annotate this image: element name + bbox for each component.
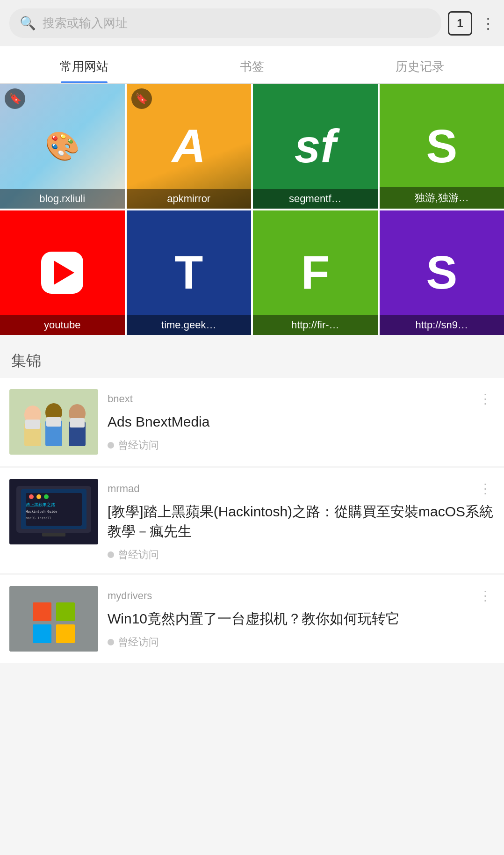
site-tile-label: time.geek… xyxy=(127,315,252,335)
article-more-button[interactable]: ⋮ xyxy=(475,479,495,498)
article-list: bnext ⋮ Ads BnextMedia 曾经访问 xyxy=(0,378,504,663)
article-item-bnext[interactable]: bnext ⋮ Ads BnextMedia 曾经访问 xyxy=(0,378,504,466)
svg-rect-6 xyxy=(46,417,61,427)
site-tile-sn9[interactable]: S http://sn9… xyxy=(380,210,504,335)
article-item-mrmad[interactable]: 踏上黑蘋果之路 Hackintosh Guide macOS Install m… xyxy=(0,468,504,573)
site-tile-label: http://fir-… xyxy=(253,315,378,335)
youtube-play-button xyxy=(41,252,83,294)
tab-count-button[interactable]: 1 xyxy=(448,11,472,36)
article-thumb-mydrivers xyxy=(9,586,98,652)
site-tile-label: 独游,独游… xyxy=(380,187,504,209)
more-menu-icon[interactable]: ⋮ xyxy=(481,14,495,32)
article-content-mydrivers: mydrivers ⋮ Win10竟然内置了一台虚拟机？教你如何玩转它 曾经访问 xyxy=(108,586,495,649)
article-source: mydrivers xyxy=(108,590,152,602)
article-content-bnext: bnext ⋮ Ads BnextMedia 曾经访问 xyxy=(108,389,495,452)
section-title-jijin: 集锦 xyxy=(0,337,504,378)
quick-sites-grid: 🎨 🔖 blog.rxliuli A 🔖 apkmirror sf segmen… xyxy=(0,84,504,335)
svg-rect-3 xyxy=(25,420,40,429)
site-tile-label: youtube xyxy=(0,315,125,335)
site-tile-label: segmentf… xyxy=(253,189,378,209)
article-thumb-mrmad: 踏上黑蘋果之路 Hackintosh Guide macOS Install xyxy=(9,479,98,544)
svg-point-15 xyxy=(36,494,41,499)
meta-dot xyxy=(108,639,114,645)
site-tile-label: http://sn9… xyxy=(380,315,504,335)
article-title: Ads BnextMedia xyxy=(108,412,495,432)
article-title: Win10竟然内置了一台虚拟机？教你如何玩转它 xyxy=(108,609,495,629)
site-tile-youtube[interactable]: youtube xyxy=(0,210,125,335)
article-thumb-bnext xyxy=(9,389,98,455)
search-placeholder: 搜索或输入网址 xyxy=(43,15,128,31)
svg-point-14 xyxy=(29,494,34,499)
svg-rect-13 xyxy=(26,493,82,526)
svg-rect-24 xyxy=(33,624,51,643)
article-item-mydrivers[interactable]: mydrivers ⋮ Win10竟然内置了一台虚拟机？教你如何玩转它 曾经访问 xyxy=(0,575,504,663)
svg-text:Hackintosh Guide: Hackintosh Guide xyxy=(26,510,57,514)
site-tile-label: apkmirror xyxy=(127,189,252,209)
article-header: mrmad ⋮ xyxy=(108,479,495,498)
svg-rect-21 xyxy=(9,586,98,652)
site-tile-firebase[interactable]: F http://fir-… xyxy=(253,210,378,335)
pinned-badge: 🔖 xyxy=(131,88,152,109)
article-source: bnext xyxy=(108,393,133,405)
pinned-badge: 🔖 xyxy=(5,88,25,109)
article-meta: 曾经访问 xyxy=(108,548,495,562)
article-meta: 曾经访问 xyxy=(108,635,495,649)
apk-letter: A xyxy=(172,119,206,173)
svg-rect-22 xyxy=(33,602,51,621)
site-tile-apkmirror[interactable]: A 🔖 apkmirror xyxy=(127,84,252,209)
site-tile-timegeek[interactable]: T time.geek… xyxy=(127,210,252,335)
search-icon: 🔍 xyxy=(20,15,36,31)
site-tile-blog-rxliuli[interactable]: 🎨 🔖 blog.rxliuli xyxy=(0,84,125,209)
site-tile-segmentfault[interactable]: sf segmentf… xyxy=(253,84,378,209)
article-title: [教學]踏上黑蘋果(Hackintosh)之路：從購買至安裝macOS系統教學－… xyxy=(108,502,495,541)
article-header: mydrivers ⋮ xyxy=(108,586,495,605)
article-meta: 曾经访问 xyxy=(108,438,495,452)
svg-rect-20 xyxy=(42,533,65,536)
svg-rect-25 xyxy=(56,624,75,643)
meta-dot xyxy=(108,551,114,558)
tab-frequent[interactable]: 常用网站 xyxy=(0,46,168,83)
article-content-mrmad: mrmad ⋮ [教學]踏上黑蘋果(Hackintosh)之路：從購買至安裝ma… xyxy=(108,479,495,562)
svg-point-16 xyxy=(44,494,49,499)
article-source: mrmad xyxy=(108,483,139,495)
svg-rect-9 xyxy=(70,418,85,428)
article-more-button[interactable]: ⋮ xyxy=(475,389,495,408)
article-more-button[interactable]: ⋮ xyxy=(475,586,495,605)
svg-rect-23 xyxy=(56,602,75,621)
header-actions: 1 ⋮ xyxy=(448,11,495,36)
meta-dot xyxy=(108,442,114,449)
tab-history[interactable]: 历史记录 xyxy=(336,46,504,83)
search-bar: 🔍 搜索或输入网址 1 ⋮ xyxy=(0,0,504,46)
svg-text:踏上黑蘋果之路: 踏上黑蘋果之路 xyxy=(26,502,55,507)
svg-text:macOS Install: macOS Install xyxy=(26,516,51,520)
search-input-area[interactable]: 🔍 搜索或输入网址 xyxy=(9,8,441,38)
site-tile-label: blog.rxliuli xyxy=(0,189,125,209)
youtube-play-triangle xyxy=(54,261,74,285)
tab-bookmarks[interactable]: 书签 xyxy=(168,46,336,83)
tab-bar: 常用网站 书签 历史记录 xyxy=(0,46,504,84)
article-header: bnext ⋮ xyxy=(108,389,495,408)
site-tile-duyou[interactable]: S 独游,独游… xyxy=(380,84,504,209)
